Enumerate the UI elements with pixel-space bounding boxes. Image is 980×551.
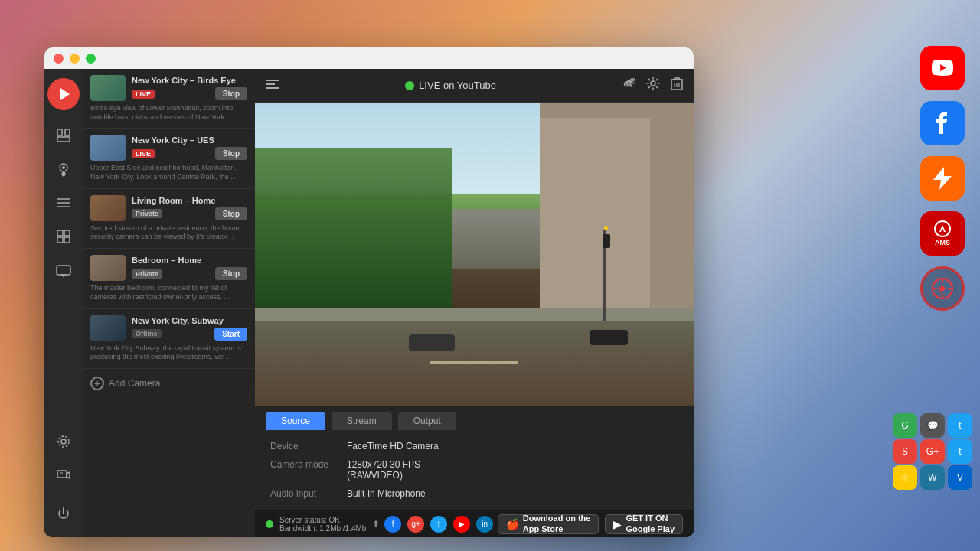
star-icon-small[interactable]: ⭐	[893, 465, 917, 490]
camera-item-1[interactable]: New York City – UES LIVE Stop Upper East…	[83, 129, 255, 188]
camera-item-4[interactable]: New York City, Subway Offline Start New …	[83, 309, 255, 369]
twitter-icon-small[interactable]: t	[948, 413, 972, 438]
sidebar-item-power[interactable]	[49, 499, 78, 528]
google-play-text: GET IT ON Google Play	[626, 514, 675, 533]
sidebar-item-add[interactable]	[49, 461, 78, 490]
camera-stop-btn-0[interactable]: Stop	[215, 87, 247, 100]
msg-icon-small[interactable]: 💬	[920, 413, 945, 438]
social-linkedin[interactable]: in	[476, 516, 493, 533]
svg-rect-19	[57, 237, 63, 243]
share-icon[interactable]	[622, 77, 635, 94]
camera-stop-btn-3[interactable]: Stop	[215, 267, 247, 280]
wp-icon-small[interactable]: W	[920, 465, 945, 490]
store-buttons: 🍎 Download on the App Store ▶ GET IT ON …	[498, 514, 683, 534]
sidebar-item-grid[interactable]	[49, 222, 78, 251]
sidebar-item-location[interactable]	[49, 155, 78, 184]
maximize-button[interactable]	[86, 54, 96, 64]
camera-mode-value: 980x551 30 FPS (RAWVIDEO)	[347, 459, 467, 481]
youtube-icon[interactable]	[920, 46, 965, 90]
desktop-icon-dock: AMS 5	[920, 46, 965, 311]
video-area	[255, 103, 694, 406]
social-gplus[interactable]: g+	[407, 516, 424, 533]
sidebar	[44, 69, 83, 537]
camera-item-0[interactable]: New York City – Birds Eye LIVE Stop Bird…	[83, 69, 255, 129]
svg-rect-26	[57, 471, 67, 478]
social-facebook[interactable]: f	[384, 516, 401, 533]
google2-icon-small[interactable]: G+	[920, 439, 945, 464]
sidebar-item-settings[interactable]	[49, 427, 78, 456]
title-bar	[44, 47, 694, 69]
main-content: LIVE on YouTube	[255, 69, 694, 537]
camera-status-2: Private	[132, 209, 162, 218]
tab-output[interactable]: Output	[398, 412, 456, 430]
sidebar-item-tv[interactable]	[49, 256, 78, 285]
add-circle-icon: +	[90, 377, 104, 390]
camera-start-btn-4[interactable]: Start	[214, 328, 247, 341]
svg-rect-17	[57, 230, 63, 236]
add-camera-button[interactable]: + Add Camera	[83, 369, 255, 398]
device-row: Device FaceTime HD Camera	[270, 441, 467, 452]
camera-item-3[interactable]: Bedroom – Home Private Stop The master b…	[83, 249, 255, 308]
camera-stop-btn-2[interactable]: Stop	[215, 207, 247, 220]
audio-input-row: Audio input Built-in Microphone	[270, 488, 467, 499]
svg-rect-11	[57, 137, 70, 142]
camera-desc-0: Bird's-eye view of Lower Manhattan, zoom…	[90, 104, 247, 122]
sidebar-logo[interactable]	[47, 78, 80, 110]
apple-icon: 🍎	[506, 518, 519, 530]
vimeo-icon-small[interactable]: V	[948, 465, 972, 490]
sniper-icon[interactable]: 5	[920, 266, 965, 311]
camera-desc-2: Secured stream of a private residence, t…	[90, 224, 247, 242]
facebook-icon[interactable]	[920, 101, 965, 145]
app-body: New York City – Birds Eye LIVE Stop Bird…	[44, 69, 694, 537]
social-icons: f g+ t ▶ in	[384, 516, 493, 533]
top-bar: LIVE on YouTube	[255, 69, 694, 103]
app-icon-small[interactable]: S	[893, 439, 917, 464]
live-indicator: LIVE on YouTube	[405, 80, 496, 91]
camera-desc-4: New York City Subway, the rapid transit …	[90, 344, 247, 362]
svg-marker-8	[60, 88, 70, 100]
camera-item-2[interactable]: Living Room – Home Private Stop Secured …	[83, 189, 255, 249]
camera-thumb-4	[90, 315, 126, 341]
camera-stop-btn-1[interactable]: Stop	[215, 147, 247, 160]
status-dot	[266, 520, 273, 528]
google-play-button[interactable]: ▶ GET IT ON Google Play	[605, 514, 683, 534]
social-twitter[interactable]: t	[430, 516, 447, 533]
tab-row: Source Stream Output	[255, 406, 694, 430]
tab-source[interactable]: Source	[266, 412, 325, 430]
status-bar: Server status: OK Bandwidth: 1.2Mb /1.4M…	[255, 510, 694, 537]
status-left: Server status: OK Bandwidth: 1.2Mb /1.4M…	[266, 516, 380, 533]
thunderbolt-icon[interactable]	[920, 156, 965, 201]
ams-icon[interactable]: AMS	[920, 211, 965, 256]
camera-name-0: New York City – Birds Eye	[132, 76, 247, 85]
svg-rect-9	[57, 129, 62, 135]
camera-desc-3: The master bedroom, connected to my list…	[90, 284, 247, 302]
tab-stream[interactable]: Stream	[332, 412, 392, 430]
app-store-button[interactable]: 🍎 Download on the App Store	[498, 514, 599, 534]
live-dot	[405, 81, 414, 90]
trash-icon[interactable]	[671, 77, 683, 94]
camera-name-1: New York City – UES	[132, 135, 247, 145]
svg-point-0	[935, 221, 950, 236]
server-status-label: Server status: OK	[279, 516, 366, 524]
info-panel: Device FaceTime HD Camera Camera mode 12…	[255, 430, 694, 510]
sidebar-item-map[interactable]	[49, 121, 78, 150]
hardware-icon[interactable]: ⬆	[372, 519, 380, 530]
google-icon-small[interactable]: G	[893, 413, 917, 438]
svg-rect-21	[57, 266, 70, 275]
menu-icon[interactable]	[266, 77, 279, 93]
settings-icon[interactable]	[646, 77, 660, 94]
svg-rect-10	[65, 129, 70, 135]
social-youtube[interactable]: ▶	[453, 516, 470, 533]
camera-list: New York City – Birds Eye LIVE Stop Bird…	[83, 69, 255, 537]
camera-name-2: Living Room – Home	[132, 196, 247, 205]
tw2-icon-small[interactable]: t	[948, 439, 972, 464]
camera-status-1: LIVE	[132, 149, 155, 158]
minimize-button[interactable]	[70, 54, 80, 64]
audio-input-label: Audio input	[270, 488, 339, 499]
camera-name-3: Bedroom – Home	[132, 256, 247, 265]
close-button[interactable]	[54, 54, 64, 64]
sidebar-item-list[interactable]	[49, 188, 78, 217]
camera-thumb-3	[90, 255, 126, 281]
camera-name-4: New York City, Subway	[132, 316, 247, 325]
camera-thumb-0	[90, 75, 126, 101]
